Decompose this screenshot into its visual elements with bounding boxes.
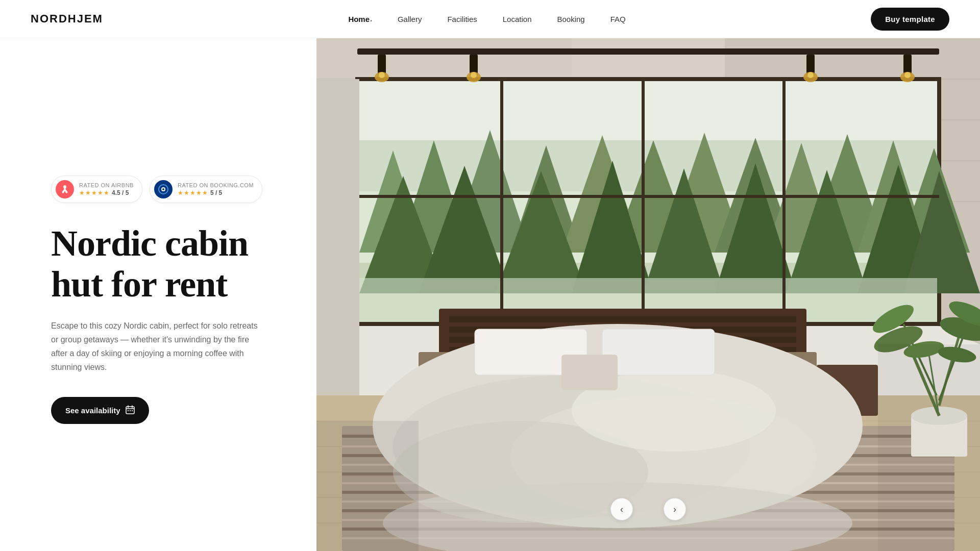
calendar-icon [126,405,135,416]
airbnb-stars-row: ★★★★★ 4.5 / 5 [79,189,134,197]
see-availability-button[interactable]: See availability [51,397,149,424]
svg-rect-9 [132,410,133,411]
hero-image-panel: ‹ › [316,38,980,551]
header: NORDHJEM Home▪ Gallery Facilities Locati… [0,0,980,38]
nav-location[interactable]: Location [503,15,532,23]
carousel-prev-button[interactable]: ‹ [610,498,633,520]
airbnb-rating-badge: RATED on Airbnb ★★★★★ 4.5 / 5 [51,176,142,203]
svg-rect-88 [602,329,715,375]
availability-label: See availability [65,406,120,415]
navigation: Home▪ Gallery Facilities Location Bookin… [348,15,625,23]
cabin-scene-svg [316,38,980,551]
nav-facilities[interactable]: Facilities [447,15,477,23]
airbnb-score: 4.5 / 5 [112,189,129,196]
left-panel: RATED on Airbnb ★★★★★ 4.5 / 5 RA [0,38,316,551]
svg-point-117 [904,72,911,78]
airbnb-platform-label: RATED on Airbnb [79,182,134,188]
booking-platform-label: RATED on Booking.com [178,182,254,188]
carousel-next-button[interactable]: › [664,498,686,520]
airbnb-rating-info: RATED on Airbnb ★★★★★ 4.5 / 5 [79,182,134,197]
booking-rating-info: RATED on Booking.com ★★★★★ 5 / 5 [178,182,254,197]
booking-icon [154,180,173,198]
nav-faq[interactable]: FAQ [610,15,626,23]
main-content: RATED on Airbnb ★★★★★ 4.5 / 5 RA [0,0,980,551]
svg-rect-105 [357,48,939,55]
site-logo: NORDHJEM [31,12,103,26]
carousel-controls: ‹ › [610,498,686,520]
svg-rect-8 [130,410,131,411]
nav-booking[interactable]: Booking [557,15,585,23]
booking-stars: ★★★★★ [178,189,208,197]
svg-point-111 [471,72,477,78]
booking-score: 5 / 5 [210,189,222,196]
hero-title: Nordic cabin hut for rent [51,223,286,304]
svg-rect-118 [316,421,419,551]
svg-point-114 [807,72,814,78]
hero-description: Escape to this cozy Nordic cabin, perfec… [51,319,265,374]
svg-point-108 [379,72,385,78]
airbnb-icon [56,180,74,198]
nav-home[interactable]: Home▪ [348,15,372,23]
nav-gallery[interactable]: Gallery [398,15,422,23]
svg-rect-7 [128,410,129,411]
booking-rating-badge: RATED on Booking.com ★★★★★ 5 / 5 [150,176,262,203]
ratings-row: RATED on Airbnb ★★★★★ 4.5 / 5 RA [51,176,286,203]
svg-point-2 [162,188,164,190]
svg-rect-74 [449,316,796,322]
buy-template-button[interactable]: Buy template [871,8,949,31]
svg-rect-119 [878,344,980,551]
booking-stars-row: ★★★★★ 5 / 5 [178,189,254,197]
airbnb-stars: ★★★★★ [79,189,110,197]
svg-rect-90 [561,355,618,390]
